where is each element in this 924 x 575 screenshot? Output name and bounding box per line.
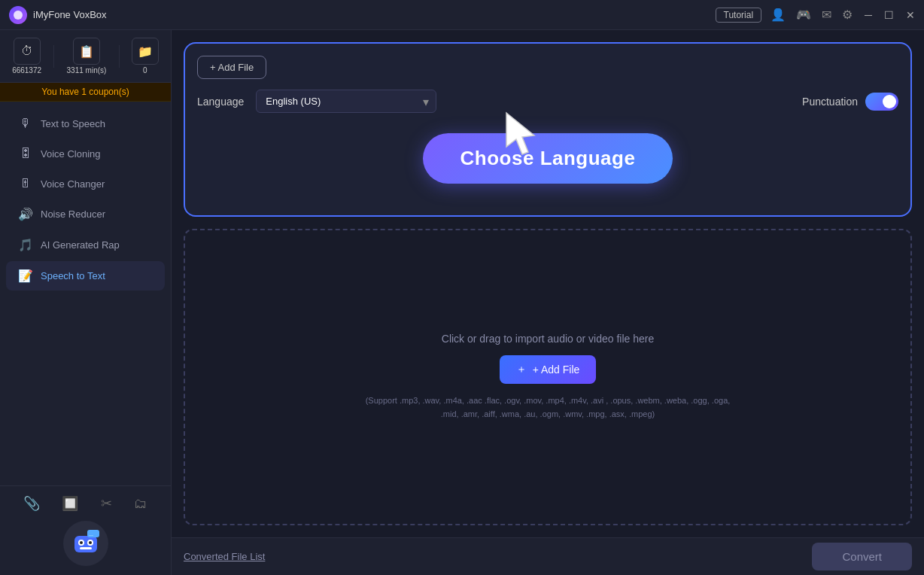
voice-changer-label: Voice Changer: [41, 178, 105, 190]
sidebar-item-text-to-speech[interactable]: 🎙 Text to Speech: [6, 109, 165, 138]
svg-text:...: ...: [89, 531, 93, 537]
chars-value: 6661372: [12, 66, 41, 75]
game-icon[interactable]: 🎮: [796, 8, 811, 22]
files-icon: 📁: [132, 38, 159, 65]
bot-bubble: ...: [63, 521, 108, 566]
convert-button[interactable]: Convert: [812, 543, 912, 570]
choose-language-button[interactable]: Choose Language: [423, 133, 673, 184]
sidebar-item-speech-to-text[interactable]: 📝 Speech to Text: [6, 261, 165, 291]
sidebar-item-ai-generated-rap[interactable]: 🎵 AI Generated Rap: [6, 230, 165, 260]
top-panel: + Add File Language English (US) English…: [184, 42, 912, 217]
settings-icon[interactable]: ⚙: [842, 8, 853, 22]
user-icon[interactable]: 👤: [771, 8, 786, 22]
toggle-knob: [883, 95, 896, 108]
voice-clone-icon: 🎛: [18, 147, 33, 160]
close-button[interactable]: ✕: [906, 9, 915, 21]
clip-tool-icon[interactable]: 📎: [23, 495, 40, 512]
app-title: iMyFone VoxBox: [33, 9, 716, 20]
mail-icon[interactable]: ✉: [822, 8, 831, 22]
voice-clone-label: Voice Cloning: [41, 148, 101, 160]
tutorial-button[interactable]: Tutorial: [716, 8, 762, 23]
language-label: Language: [197, 96, 244, 108]
svg-point-4: [80, 541, 83, 544]
stat-divider-1: [53, 45, 54, 68]
svg-rect-6: [80, 547, 92, 549]
coupon-text: You have 1 coupon(s): [41, 87, 129, 97]
language-select[interactable]: English (US) English (UK) Spanish French…: [256, 90, 436, 113]
minimize-button[interactable]: ─: [865, 9, 872, 21]
chars-icon: ⏱: [14, 38, 41, 65]
noise-reducer-label: Noise Reducer: [41, 208, 105, 220]
folder-tool-icon[interactable]: 🗂: [134, 496, 147, 512]
add-file-label-2: + Add File: [533, 364, 580, 376]
add-file-button[interactable]: + Add File: [197, 56, 266, 79]
layout-tool-icon[interactable]: 🔲: [62, 495, 78, 512]
svg-point-0: [14, 11, 23, 20]
stat-divider-2: [119, 45, 120, 68]
mins-icon: 📋: [73, 38, 100, 65]
stats-row: ⏱ 6661372 📋 3311 min(s) 📁 0: [0, 30, 171, 83]
bot-avatar[interactable]: ...: [63, 521, 108, 566]
language-select-wrapper[interactable]: English (US) English (UK) Spanish French…: [256, 90, 436, 113]
stt-icon: 📝: [18, 269, 33, 283]
main-content: + Add File Language English (US) English…: [172, 30, 924, 575]
stt-label: Speech to Text: [41, 270, 105, 281]
app-logo: [9, 6, 27, 24]
support-text: (Support .mp3, .wav, .m4a, .aac .flac, .…: [360, 394, 736, 421]
tts-icon: 🎙: [18, 117, 33, 130]
language-row: Language English (US) English (UK) Spani…: [197, 90, 898, 113]
mins-stat: 📋 3311 min(s): [67, 38, 107, 75]
files-stat: 📁 0: [132, 38, 159, 75]
chars-stat: ⏱ 6661372: [12, 38, 41, 75]
drop-text: Click or drag to import audio or video f…: [442, 333, 654, 345]
converted-file-list-link[interactable]: Converted File List: [184, 551, 265, 562]
add-file-button-2[interactable]: ＋ + Add File: [500, 355, 597, 384]
add-icon: ＋: [516, 363, 527, 376]
bottom-tools: 📎 🔲 ✂ 🗂: [0, 485, 171, 521]
svg-rect-1: [74, 536, 97, 552]
mins-value: 3311 min(s): [67, 66, 107, 75]
tts-label: Text to Speech: [41, 118, 105, 129]
punctuation-group: Punctuation: [802, 93, 898, 111]
punctuation-toggle[interactable]: [865, 93, 898, 111]
choose-language-overlay: Choose Language: [197, 113, 898, 203]
ai-rap-icon: 🎵: [18, 238, 33, 252]
sidebar-item-voice-cloning[interactable]: 🎛 Voice Cloning: [6, 139, 165, 168]
nav-items: 🎙 Text to Speech 🎛 Voice Cloning 🎚 Voice…: [0, 102, 171, 485]
sidebar-item-voice-changer[interactable]: 🎚 Voice Changer: [6, 169, 165, 198]
drop-zone[interactable]: Click or drag to import audio or video f…: [184, 229, 912, 525]
svg-point-5: [89, 541, 92, 544]
titlebar: iMyFone VoxBox Tutorial 👤 🎮 ✉ ⚙ ─ ☐ ✕: [0, 0, 924, 30]
sidebar: ⏱ 6661372 📋 3311 min(s) 📁 0 You have 1 c…: [0, 30, 172, 575]
coupon-bar: You have 1 coupon(s): [0, 83, 171, 102]
scissors-tool-icon[interactable]: ✂: [101, 495, 112, 512]
sidebar-item-noise-reducer[interactable]: 🔊 Noise Reducer: [6, 199, 165, 229]
bottom-bar: Converted File List Convert: [172, 537, 924, 575]
titlebar-icons: 👤 🎮 ✉ ⚙ ─ ☐ ✕: [771, 8, 915, 22]
voice-changer-icon: 🎚: [18, 177, 33, 190]
maximize-button[interactable]: ☐: [884, 9, 894, 21]
punctuation-label: Punctuation: [802, 96, 858, 108]
ai-rap-label: AI Generated Rap: [41, 239, 120, 251]
files-value: 0: [143, 66, 147, 75]
noise-reducer-icon: 🔊: [18, 207, 33, 221]
app-body: ⏱ 6661372 📋 3311 min(s) 📁 0 You have 1 c…: [0, 30, 924, 575]
